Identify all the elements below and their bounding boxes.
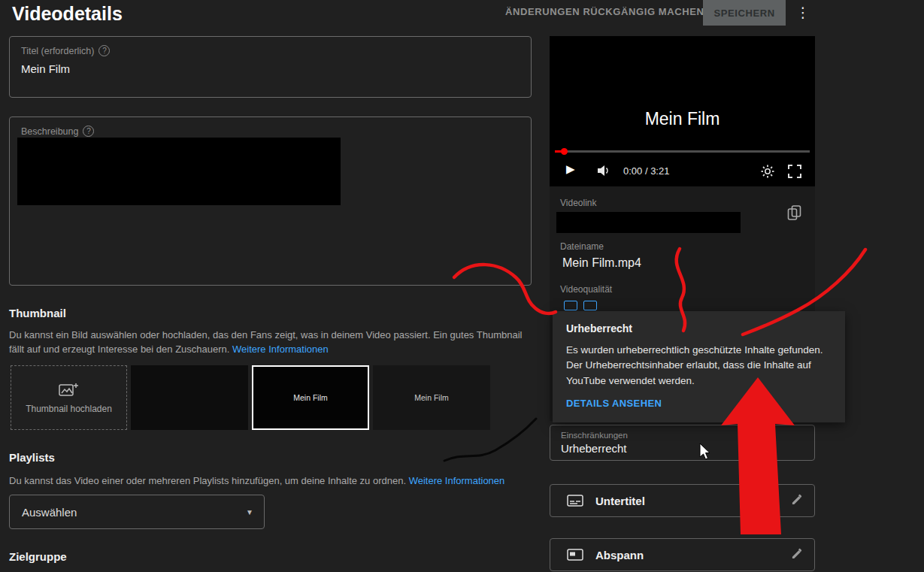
thumbnail-description: Du kannst ein Bild auswählen oder hochla… [9, 328, 535, 357]
settings-gear-icon[interactable] [761, 165, 774, 181]
video-quality-badges [564, 301, 597, 310]
help-icon[interactable]: ? [83, 126, 94, 137]
title-field-label: Titel (erforderlich) [21, 46, 94, 56]
playlists-info-link[interactable]: Weitere Informationen [409, 475, 505, 486]
volume-icon[interactable] [596, 165, 611, 180]
copyright-details-link[interactable]: DETAILS ANSEHEN [566, 398, 662, 409]
player-controls: ▶ 0:00 / 3:21 [550, 156, 815, 186]
endscreen-label: Abspann [595, 549, 779, 561]
redacted-video-link [556, 212, 741, 233]
page-title: Videodetails [12, 3, 123, 25]
video-player[interactable]: Mein Film ▶ 0:00 / 3:21 [550, 36, 815, 186]
thumbnail-option-label: Mein Film [414, 393, 449, 402]
playlists-select-value: Auswählen [22, 506, 77, 519]
description-field[interactable]: Beschreibung ? [9, 117, 532, 286]
videolink-label: Videolink [560, 198, 596, 208]
undo-changes-button[interactable]: ÄNDERUNGEN RÜCKGÄNGIG MACHEN [505, 6, 704, 17]
subtitles-icon [567, 495, 583, 507]
restrictions-label: Einschränkungen [561, 431, 804, 440]
quality-badge-icon [564, 301, 577, 310]
help-icon[interactable]: ? [98, 45, 110, 56]
description-field-label: Beschreibung [21, 126, 78, 137]
thumbnail-option-1[interactable] [131, 365, 248, 430]
audience-heading: Zielgruppe [9, 550, 67, 563]
playlists-description: Du kannst das Video einer oder mehreren … [9, 474, 535, 489]
edit-pencil-icon[interactable] [791, 493, 804, 509]
video-quality-label: Videoqualität [560, 284, 612, 295]
player-time-display: 0:00 / 3:21 [623, 165, 669, 177]
play-icon[interactable]: ▶ [566, 162, 575, 176]
edit-pencil-icon[interactable] [791, 547, 804, 563]
save-button[interactable]: SPEICHERN [703, 0, 786, 26]
thumbnail-option-2-selected[interactable]: Mein Film [252, 365, 369, 430]
restrictions-card[interactable]: Einschränkungen Urheberrecht [550, 425, 815, 461]
quality-badge-icon [583, 301, 597, 310]
thumbnail-info-link[interactable]: Weitere Informationen [232, 344, 329, 355]
player-scrubber[interactable] [561, 148, 568, 155]
filename-label: Dateiname [560, 241, 604, 252]
thumbnail-options: Thumbnail hochladen Mein Film Mein Film [11, 365, 490, 430]
subtitles-card[interactable]: Untertitel [550, 484, 815, 517]
chevron-down-icon: ▼ [246, 508, 253, 516]
player-video-title: Mein Film [550, 109, 815, 129]
redacted-description-content [17, 138, 341, 205]
thumbnail-upload-button[interactable]: Thumbnail hochladen [11, 365, 127, 430]
playlists-select[interactable]: Auswählen ▼ [9, 495, 265, 529]
upload-thumbnail-icon [59, 382, 79, 399]
endscreen-card[interactable]: Abspann [550, 538, 815, 571]
copyright-tooltip-title: Urheberrecht [566, 322, 832, 334]
filename-value: Mein Film.mp4 [562, 256, 641, 270]
playlists-description-text: Du kannst das Video einer oder mehreren … [9, 475, 406, 486]
videodetails-page: Videodetails ÄNDERUNGEN RÜCKGÄNGIG MACHE… [0, 0, 924, 572]
subtitles-label: Untertitel [595, 495, 779, 507]
copyright-tooltip-body: Es wurden urheberrechtlich geschützte In… [566, 343, 831, 389]
copyright-tooltip: Urheberrecht Es wurden urheberrechtlich … [553, 311, 845, 422]
restrictions-value: Urheberrecht [561, 442, 804, 455]
title-field-value[interactable]: Mein Film [21, 62, 520, 75]
copy-icon[interactable] [787, 205, 801, 224]
more-options-icon[interactable]: ⋮ [794, 3, 812, 23]
title-field[interactable]: Titel (erforderlich) ? Mein Film [9, 36, 532, 98]
fullscreen-icon[interactable] [788, 165, 801, 181]
thumbnail-option-3[interactable]: Mein Film [373, 365, 490, 430]
thumbnail-option-label: Mein Film [293, 393, 328, 402]
thumbnail-heading: Thumbnail [9, 307, 66, 319]
endscreen-icon [567, 549, 583, 561]
player-progress-bar[interactable] [555, 150, 810, 153]
playlists-heading: Playlists [9, 451, 55, 464]
thumbnail-upload-label: Thumbnail hochladen [26, 404, 112, 414]
